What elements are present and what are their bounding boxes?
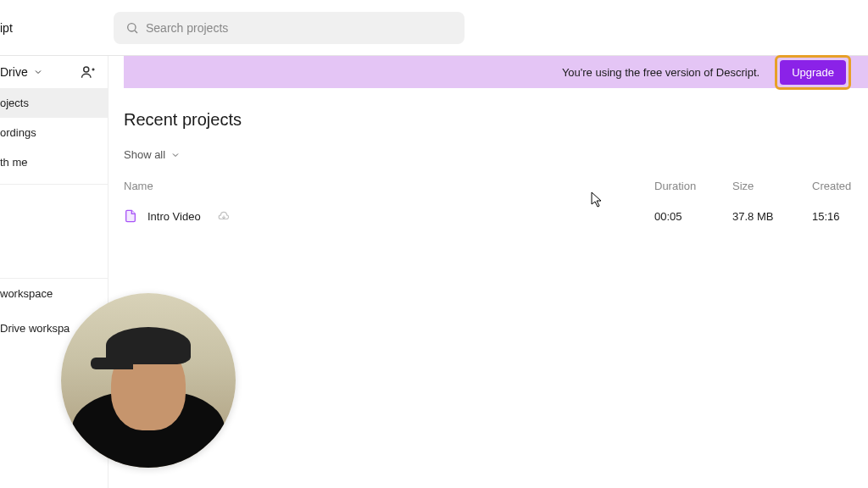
table-header: Name Duration Size Created [124,180,868,206]
search-box[interactable] [114,12,465,44]
svg-point-0 [128,23,136,30]
sidebar-item-recordings[interactable]: ordings [0,118,108,147]
col-size: Size [732,180,812,192]
col-created: Created [812,180,868,192]
cloud-sync-icon [218,210,230,222]
divider [0,184,108,185]
sidebar-item-label: ordings [0,126,36,139]
project-size: 37.8 MB [732,210,812,223]
app-title: ipt [0,21,108,35]
search-input[interactable] [146,21,453,35]
upgrade-button[interactable]: Upgrade [780,60,846,85]
drive-label: Drive [0,65,28,79]
app-title-text: ipt [0,21,13,35]
col-name: Name [124,180,654,192]
topbar: ipt [0,0,868,56]
search-icon [125,21,139,35]
sidebar-item-projects[interactable]: ojects [0,88,108,118]
sidebar-item-label: ojects [0,97,29,109]
filter-label: Show all [124,148,165,161]
svg-point-2 [84,67,89,72]
upgrade-highlight: Upgrade [775,55,851,90]
sidebar-item-label: workspace [0,287,53,300]
banner-text: You're using the free version of Descrip… [562,66,760,79]
project-created: 15:16 [812,210,868,223]
upgrade-banner: You're using the free version of Descrip… [124,56,868,88]
col-duration: Duration [654,180,732,192]
project-duration: 00:05 [654,210,732,223]
sidebar-item-label: Drive workspa [0,322,70,335]
table-row[interactable]: Intro Video 00:05 37.8 MB 15:16 [124,206,868,226]
chevron-down-icon [170,150,181,160]
filter-dropdown[interactable]: Show all [124,148,868,161]
svg-line-1 [135,30,137,33]
file-icon [124,209,137,223]
sidebar-item-shared[interactable]: th me [0,147,108,177]
add-person-icon[interactable] [81,64,96,80]
chevron-down-icon [33,67,43,77]
recent-projects-title: Recent projects [124,110,868,130]
project-name: Intro Video [147,210,201,223]
drive-selector[interactable]: Drive [0,56,108,88]
sidebar-item-invite-workspace[interactable]: workspace [0,279,108,308]
sidebar-item-label: th me [0,156,28,169]
presenter-avatar [61,293,236,468]
